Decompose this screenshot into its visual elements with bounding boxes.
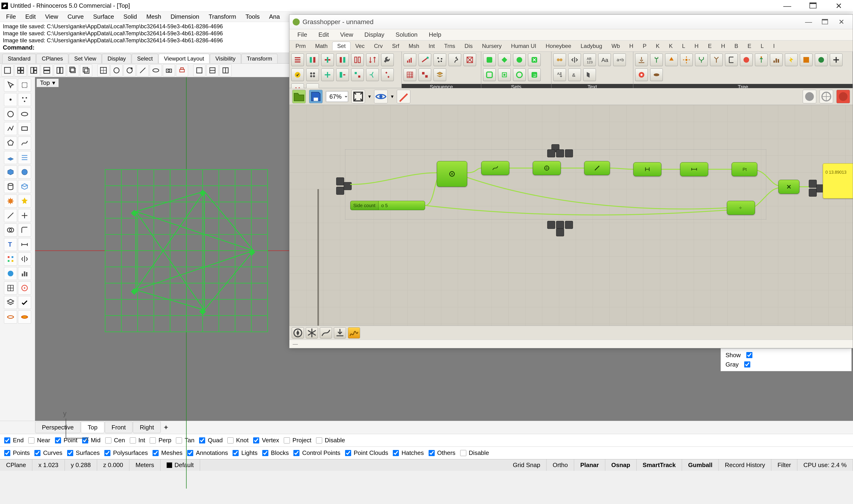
tree-explode-icon[interactable] [680,54,693,66]
new-layout-icon[interactable] [193,64,205,76]
gh-cat-msh[interactable]: Msh [404,42,424,50]
gh-cat-wb[interactable]: Wb [607,42,625,50]
sets-difference-icon[interactable] [513,54,526,66]
gh-align-toggle[interactable] [556,221,564,229]
sets-contains-icon[interactable] [498,69,511,81]
gh-component-line[interactable] [584,161,610,175]
gh-menu-file[interactable]: File [292,30,313,39]
tree-merge-icon[interactable] [695,54,708,66]
gh-output-toggle[interactable] [809,188,817,197]
text-format-icon[interactable]: AB123 [583,54,596,66]
tree-clean-icon[interactable] [785,54,798,66]
gh-dropdown2-icon[interactable]: ▾ [391,93,394,100]
gh-nopreview-icon[interactable] [836,90,850,103]
gh-component-multiply[interactable] [778,180,799,194]
list-dispatch-icon[interactable] [291,69,304,81]
gh-component-endpoints[interactable] [533,161,561,175]
prop-show[interactable]: Show [726,350,847,360]
toggle-axes-icon[interactable] [137,64,149,76]
gh-output-toggle[interactable] [809,180,817,188]
gh-cat-k[interactable]: K [651,42,664,50]
gh-align-toggle[interactable] [565,221,573,229]
tree-split-icon[interactable] [800,54,813,66]
tab-standard[interactable]: Standard [2,54,36,64]
text-sort-icon[interactable]: AZ [553,69,566,81]
gh-menu-solution[interactable]: Solution [390,30,423,39]
gh-cat-b[interactable]: B [730,42,743,50]
list-sort-icon[interactable] [366,54,379,66]
list-length-icon[interactable] [321,54,334,66]
gh-cat-i[interactable]: I [768,42,780,50]
new-detail-icon[interactable] [206,64,219,76]
gh-cat-humanui[interactable]: Human UI [506,42,541,50]
seq-series-icon[interactable] [404,54,416,66]
analyze-icon[interactable] [18,267,31,280]
tab-cplanes[interactable]: CPlanes [36,54,68,64]
tab-viewport-layout[interactable]: Viewport Layout [159,54,210,64]
gh-slider-value[interactable]: o 5 [379,203,391,208]
seq-duplicate-icon[interactable] [419,69,431,81]
box-icon[interactable] [4,165,17,179]
tree-replace-icon[interactable] [830,54,842,66]
grasshopper-window[interactable]: Grasshopper - unnamed — 🗖 ✕ File Edit Vi… [289,15,853,348]
text-char-icon[interactable] [583,69,596,81]
layout-single-icon[interactable] [1,64,14,76]
lasso-icon[interactable] [18,78,31,92]
sets-intersect-icon[interactable] [498,54,511,66]
polyline-icon[interactable] [4,122,17,135]
menu-edit[interactable]: Edit [21,12,40,21]
gh-shaded-icon[interactable] [803,90,816,103]
tab-select[interactable]: Select [132,54,158,64]
render-icon[interactable] [4,267,17,280]
gh-titlebar[interactable]: Grasshopper - unnamed — 🗖 ✕ [290,15,853,29]
text-split-icon[interactable] [568,54,581,66]
gh-sketch-icon[interactable] [397,90,410,103]
gh-align-toggle[interactable] [565,149,573,157]
tree-path-icon[interactable] [725,54,738,66]
show-icon[interactable] [18,310,31,324]
gh-cat-trns[interactable]: Trns [439,42,460,50]
gh-component-deconstruct[interactable]: Pt [732,162,757,176]
mesh-icon[interactable] [18,180,31,193]
filter-points[interactable]: Points [3,449,30,457]
layout-split-h-icon[interactable] [41,64,53,76]
gh-align-toggle[interactable] [556,228,564,236]
tree-unflatten-icon[interactable] [635,69,648,81]
gh-align-toggle[interactable] [547,149,555,157]
menu-transform[interactable]: Transform [204,12,241,21]
explode-icon[interactable] [4,195,17,208]
gh-input-toggle[interactable] [344,182,352,190]
tree-trim-icon[interactable] [650,69,663,81]
seq-random-icon[interactable] [434,54,446,66]
toggle-cplane-icon[interactable] [110,64,123,76]
mirror-icon[interactable] [18,252,31,266]
snap-icon[interactable] [18,282,31,294]
gh-zoom-extents-icon[interactable] [351,90,365,103]
gh-input-toggle[interactable] [336,177,344,185]
rhino-close-button[interactable]: ✕ [826,0,852,12]
tab-set-view[interactable]: Set View [69,54,102,64]
gh-component-explode[interactable] [481,161,509,175]
list-replace-icon[interactable] [336,69,349,81]
layout-split-v-icon[interactable] [54,64,66,76]
gh-cat-ladybug[interactable]: Ladybug [576,42,607,50]
gh-cat-set[interactable]: Set [332,42,350,50]
layout-copy-icon[interactable] [80,64,92,76]
gh-maximize-button[interactable]: 🗖 [817,18,833,26]
grid-icon[interactable] [4,282,17,294]
gh-canvas[interactable]: Pt ÷ Side count o 5 {0;0;0} 0 13.89013 [290,105,853,326]
gh-cat-e[interactable]: E [703,42,716,50]
menu-file[interactable]: File [1,12,21,21]
text-match-icon[interactable]: & [568,69,581,81]
print-icon[interactable] [176,64,188,76]
tab-visibility[interactable]: Visibility [210,54,241,64]
circle-icon[interactable] [4,108,17,121]
gh-wireframe-icon[interactable] [820,90,833,103]
text-join-icon[interactable]: a+b [613,54,626,66]
gh-cat-h[interactable]: H [625,42,638,50]
gh-menu-help[interactable]: Help [423,30,447,39]
list-shift-icon[interactable] [351,54,364,66]
tab-display[interactable]: Display [102,54,131,64]
seq-fibonacci-icon[interactable] [449,54,461,66]
seq-cull-icon[interactable] [464,54,476,66]
